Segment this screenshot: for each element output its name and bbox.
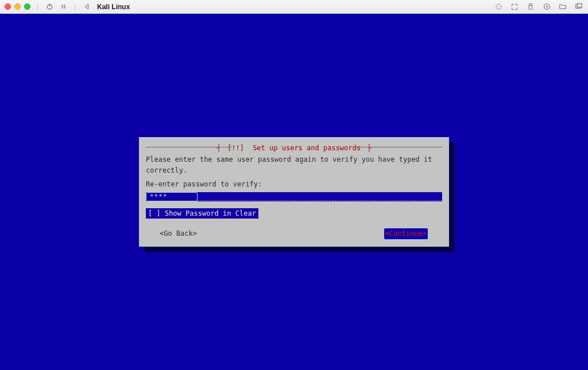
- checkbox-box: [ ]: [148, 209, 161, 217]
- password-field-remainder: [198, 193, 442, 201]
- dialog-nav-row: <Go Back> <Continue>: [146, 228, 442, 240]
- svg-line-12: [500, 5, 500, 5]
- go-back-button[interactable]: <Go Back>: [160, 228, 197, 239]
- power-icon[interactable]: [45, 2, 54, 11]
- window-close-button[interactable]: [5, 3, 11, 10]
- titlebar-right-icons: [494, 2, 583, 11]
- svg-rect-18: [577, 3, 582, 7]
- usb-icon[interactable]: [526, 2, 535, 11]
- svg-rect-14: [529, 6, 532, 10]
- svg-point-15: [544, 4, 550, 10]
- installer-dialog: ┤ [!!] Set up users and passwords ├ Plea…: [139, 137, 449, 247]
- continue-button[interactable]: <Continue>: [384, 228, 428, 240]
- title-bracket-right: ├: [367, 144, 371, 152]
- title-prefix: [!!]: [225, 144, 246, 152]
- dialog-title-row: ┤ [!!] Set up users and passwords ├: [146, 143, 442, 151]
- disc-icon[interactable]: [542, 2, 551, 11]
- folder-icon[interactable]: [558, 2, 567, 11]
- window-controls: [5, 3, 30, 10]
- svg-point-16: [546, 6, 548, 7]
- windows-icon[interactable]: [574, 2, 583, 11]
- checkbox-label: Show Password in Clear: [165, 209, 256, 217]
- guest-screen: ┤ [!!] Set up users and passwords ├ Plea…: [0, 14, 588, 370]
- spinner-icon[interactable]: [494, 2, 503, 11]
- svg-line-11: [496, 8, 497, 9]
- titlebar-separator: [37, 3, 38, 11]
- svg-line-9: [496, 5, 497, 5]
- back-triangle-icon[interactable]: [82, 2, 91, 11]
- svg-rect-13: [529, 4, 532, 6]
- password-field-label: Re-enter password to verify:: [146, 179, 442, 190]
- title-bracket-left: ┤: [217, 144, 221, 152]
- show-password-checkbox[interactable]: [ ] Show Password in Clear: [146, 208, 258, 219]
- dialog-instruction: Please enter the same user password agai…: [146, 154, 442, 176]
- svg-rect-3: [64, 5, 65, 9]
- expand-icon[interactable]: [510, 2, 519, 11]
- window-zoom-button[interactable]: [24, 3, 30, 10]
- installer-dialog-wrap: ┤ [!!] Set up users and passwords ├ Plea…: [139, 137, 449, 247]
- vm-window-titlebar: Kali Linux: [0, 0, 588, 14]
- vm-name-label: Kali Linux: [97, 3, 130, 11]
- pause-icon[interactable]: [59, 2, 68, 11]
- password-input[interactable]: ****: [146, 192, 442, 201]
- dialog-title: Set up users and passwords: [250, 144, 363, 152]
- titlebar-separator: [75, 3, 75, 11]
- svg-line-10: [500, 8, 500, 9]
- svg-marker-4: [85, 4, 88, 9]
- password-masked-value: ****: [146, 192, 198, 201]
- window-minimize-button[interactable]: [14, 3, 21, 10]
- svg-rect-2: [61, 5, 63, 9]
